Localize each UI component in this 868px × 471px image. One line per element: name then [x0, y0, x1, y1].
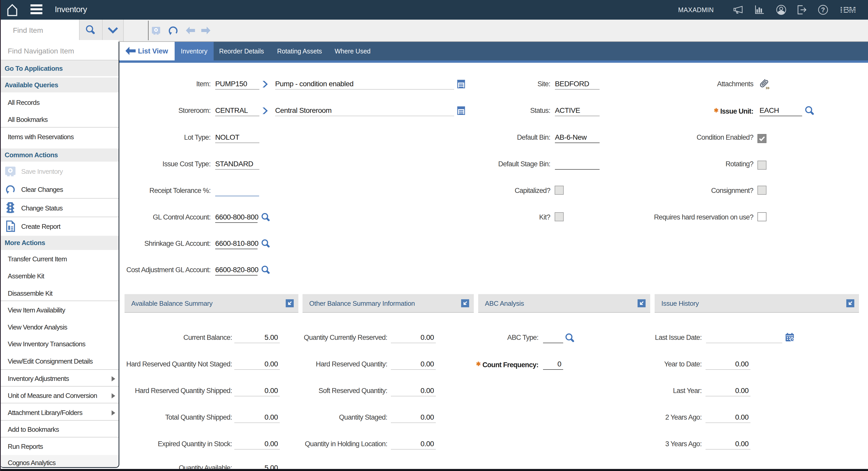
svg-text:?: ?	[821, 6, 825, 13]
